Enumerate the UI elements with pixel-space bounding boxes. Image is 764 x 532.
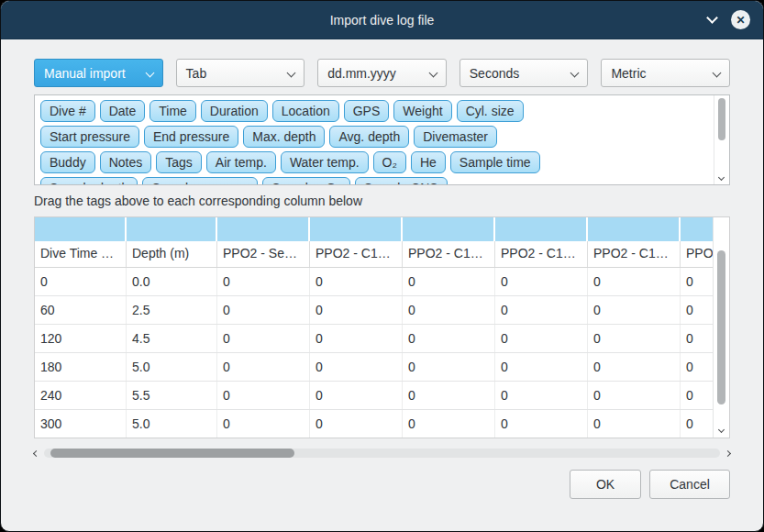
drop-target-row xyxy=(35,217,729,241)
chevron-down-icon xyxy=(287,69,296,78)
units-select[interactable]: Metric xyxy=(601,59,730,87)
drop-target[interactable] xyxy=(310,217,403,241)
draggable-tag[interactable]: Sample pO₂ xyxy=(262,177,349,185)
table-cell: 60 xyxy=(35,296,127,324)
combo-value: Manual import xyxy=(44,66,126,81)
table-header-row: Dive Time …Depth (m)PPO2 - Se…PPO2 - C1…… xyxy=(35,241,729,268)
column-header: Depth (m) xyxy=(127,241,217,267)
table-cell: 0 xyxy=(217,353,310,381)
table-cell: 2.5 xyxy=(127,296,217,324)
table-scrollbar-horizontal[interactable] xyxy=(34,446,730,460)
tag-pool: Dive #DateTimeDurationLocationGPSWeightC… xyxy=(34,94,730,185)
table-row: 1805.0000000 xyxy=(35,353,729,382)
table-row: 3005.0000000 xyxy=(35,410,729,438)
draggable-tag[interactable]: Time xyxy=(149,100,196,122)
draggable-tag[interactable]: Sample CNS xyxy=(355,177,448,185)
draggable-tag[interactable]: Divemaster xyxy=(414,126,497,148)
draggable-tag[interactable]: Tags xyxy=(156,151,202,173)
draggable-tag[interactable]: Water temp. xyxy=(281,151,369,173)
close-icon[interactable]: ✕ xyxy=(731,10,750,29)
drop-target[interactable] xyxy=(495,217,588,241)
table-cell: 0 xyxy=(217,268,310,295)
draggable-tag[interactable]: Max. depth xyxy=(243,126,325,148)
table-cell: 0.0 xyxy=(127,268,217,295)
table-cell: 0 xyxy=(310,296,403,324)
chevron-down-icon xyxy=(145,69,154,78)
column-header: Dive Time … xyxy=(35,241,127,267)
scrollbar-handle[interactable] xyxy=(718,98,725,140)
chevron-down-icon xyxy=(428,69,437,78)
combo-value: Seconds xyxy=(470,66,519,81)
column-header: PPO2 - C1… xyxy=(495,241,588,267)
table-cell: 0 xyxy=(217,382,310,409)
date-format-select[interactable]: dd.mm.yyyy xyxy=(317,59,447,87)
column-header: PPO2 - Se… xyxy=(217,241,310,267)
draggable-tag[interactable]: End pressure xyxy=(144,126,238,148)
table-cell: 120 xyxy=(35,325,127,352)
table-cell: 0 xyxy=(495,296,588,324)
draggable-tag[interactable]: Weight xyxy=(393,100,451,122)
table-cell: 0 xyxy=(495,353,588,381)
duration-format-select[interactable]: Seconds xyxy=(460,59,589,87)
draggable-tag[interactable]: Cyl. size xyxy=(457,100,524,122)
chevron-down-icon xyxy=(713,69,722,78)
draggable-tag[interactable]: Sample pressure xyxy=(142,177,258,185)
draggable-tag[interactable]: Air temp. xyxy=(206,151,276,173)
scrollbar-handle[interactable] xyxy=(717,250,725,405)
field-separator-select[interactable]: Tab xyxy=(176,59,305,87)
table-row: 1204.5000000 xyxy=(35,325,729,353)
draggable-tag[interactable]: Start pressure xyxy=(40,126,139,148)
table-cell: 0 xyxy=(403,382,495,409)
drop-target[interactable] xyxy=(127,217,217,241)
chevron-down-icon[interactable] xyxy=(706,12,718,24)
table-cell: 0 xyxy=(217,410,310,438)
drop-target[interactable] xyxy=(403,217,495,241)
table-cell: 0 xyxy=(310,325,403,352)
scrollbar-handle[interactable] xyxy=(50,449,293,458)
draggable-tag[interactable]: Duration xyxy=(201,100,268,122)
draggable-tag[interactable]: Notes xyxy=(100,151,152,173)
import-dialog-window: Import dive log file ✕ Manual import Tab… xyxy=(0,0,764,532)
table-cell: 0 xyxy=(495,268,588,295)
draggable-tag[interactable]: He xyxy=(411,151,446,173)
tag-row: Start pressureEnd pressureMax. depthAvg.… xyxy=(40,126,709,148)
ok-button[interactable]: OK xyxy=(570,470,641,499)
scroll-down-icon[interactable] xyxy=(718,174,725,181)
table-cell: 0 xyxy=(310,353,403,381)
drop-target[interactable] xyxy=(588,217,681,241)
table-cell: 5.0 xyxy=(127,353,217,381)
table-cell: 0 xyxy=(35,268,127,295)
table-cell: 0 xyxy=(217,325,310,352)
tagpool-scrollbar[interactable] xyxy=(714,95,729,184)
draggable-tag[interactable]: Dive # xyxy=(40,100,95,122)
draggable-tag[interactable]: Sample depth xyxy=(40,177,138,185)
draggable-tag[interactable]: Buddy xyxy=(40,151,95,173)
table-cell: 0 xyxy=(403,325,495,352)
instruction-text: Drag the tags above to each correspondin… xyxy=(34,194,730,208)
draggable-tag[interactable]: O₂ xyxy=(373,151,406,173)
scroll-down-icon[interactable] xyxy=(718,427,725,433)
table-row: 00.0000000 xyxy=(35,268,729,296)
cancel-button[interactable]: Cancel xyxy=(649,470,730,499)
drop-target[interactable] xyxy=(217,217,310,241)
scroll-left-icon[interactable] xyxy=(33,449,39,456)
draggable-tag[interactable]: Date xyxy=(100,100,146,122)
import-type-select[interactable]: Manual import xyxy=(34,59,163,87)
scroll-right-icon[interactable] xyxy=(725,449,731,456)
table-cell: 0 xyxy=(217,296,310,324)
table-cell: 300 xyxy=(35,410,127,438)
draggable-tag[interactable]: Avg. depth xyxy=(329,126,409,148)
titlebar[interactable]: Import dive log file ✕ xyxy=(1,1,763,39)
table-cell: 240 xyxy=(35,382,127,409)
scrollbar-track[interactable] xyxy=(44,449,720,458)
combo-value: Tab xyxy=(186,66,207,81)
draggable-tag[interactable]: Location xyxy=(272,100,339,122)
draggable-tag[interactable]: GPS xyxy=(344,100,390,122)
draggable-tag[interactable]: Sample time xyxy=(450,151,540,173)
dialog-buttons: OK Cancel xyxy=(34,470,730,499)
table-cell: 0 xyxy=(588,296,681,324)
table-scrollbar-vertical[interactable] xyxy=(713,217,729,438)
drop-target[interactable] xyxy=(35,217,127,241)
table-cell: 0 xyxy=(588,382,681,409)
preview-table: Dive Time …Depth (m)PPO2 - Se…PPO2 - C1…… xyxy=(34,216,730,438)
